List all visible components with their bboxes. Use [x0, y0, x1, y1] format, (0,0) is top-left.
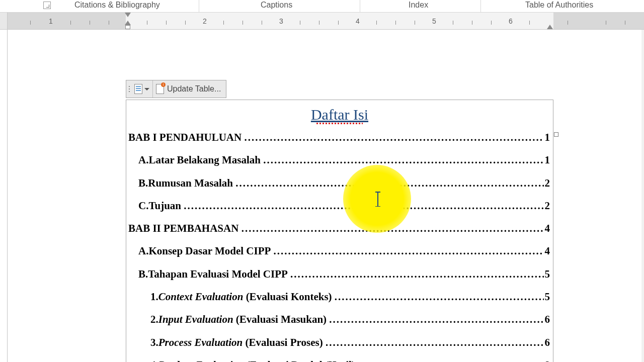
text-cursor-icon: [377, 192, 378, 207]
ruler-number: 1: [49, 17, 53, 25]
toc-page-number: 6: [544, 313, 550, 326]
toc-leader: ........................................…: [335, 290, 544, 304]
toc-leader: ........................................…: [290, 267, 543, 281]
toc-page-number: 1: [544, 131, 550, 144]
toc-style-dropdown[interactable]: [131, 80, 153, 98]
toc-entry[interactable]: A.Konsep Dasar Model CIPP ..............…: [126, 240, 553, 262]
document-refresh-icon: !: [156, 84, 164, 94]
toc-entry[interactable]: BAB I PENDAHULUAN ......................…: [126, 126, 553, 149]
toc-entry[interactable]: 4.Product Evaluation (Evaluasi Produk/Ha…: [126, 354, 553, 362]
toc-leader: ........................................…: [358, 358, 543, 362]
ribbon-divider: [480, 0, 481, 12]
ribbon-section-captions[interactable]: Captions: [261, 1, 292, 10]
ruler-right-margin: [553, 13, 644, 29]
toc-page-number: 6: [544, 336, 550, 349]
toc-page-number: 8: [544, 358, 550, 362]
toc-leader: ........................................…: [326, 336, 544, 349]
dialog-launcher-icon[interactable]: [43, 2, 51, 9]
toc-entry[interactable]: 2.Input Evaluation (Evaluasi Masukan) ..…: [126, 308, 553, 331]
ruler-gutter: [0, 13, 8, 29]
ribbon-divider: [360, 0, 360, 12]
toc-entry[interactable]: 1.Context Evaluation (Evaluasi Konteks) …: [126, 286, 553, 308]
toc-leader: ........................................…: [274, 244, 544, 258]
right-indent-marker[interactable]: [547, 25, 553, 29]
toc-page-number: 2: [544, 199, 550, 213]
toc-page-number: 1: [544, 153, 550, 167]
table-of-contents-field[interactable]: Daftar Isi BAB I PENDAHULUAN ...........…: [126, 100, 553, 362]
toc-leader: ........................................…: [244, 131, 543, 144]
toc-entry[interactable]: BAB II PEMBAHASAN ......................…: [126, 217, 553, 240]
toc-leader: ........................................…: [329, 313, 543, 326]
toc-handle-toolbar: ! Update Table...: [126, 80, 226, 98]
first-line-indent-marker[interactable]: [125, 13, 131, 18]
ruler-number: 6: [509, 17, 513, 25]
toc-entries: BAB I PENDAHULUAN ......................…: [126, 126, 553, 362]
document-area[interactable]: ! Update Table... Daftar Isi BAB I PENDA…: [0, 30, 644, 362]
chevron-down-icon: [144, 88, 149, 90]
ribbon-section-table-of-authorities[interactable]: Table of Authorities: [525, 1, 593, 10]
ribbon-section-citations[interactable]: Citations & Bibliography: [74, 1, 160, 10]
page-edge: [7, 30, 8, 362]
ribbon-section-index[interactable]: Index: [409, 1, 428, 10]
update-table-label: Update Table...: [167, 84, 221, 94]
ruler-number: 5: [432, 17, 436, 25]
toc-entry[interactable]: B.Tahapan Evaluasi Model CIPP ..........…: [126, 263, 553, 286]
toc-leader: ........................................…: [235, 176, 543, 190]
toc-entry[interactable]: A.Latar Belakang Masalah ...............…: [126, 149, 553, 171]
horizontal-ruler[interactable]: 1 2 3 4 5 6: [0, 13, 644, 30]
ruler-number: 4: [356, 17, 360, 25]
toc-leader: ........................................…: [242, 222, 544, 235]
toc-page-number: 5: [544, 267, 550, 281]
toc-entry[interactable]: B.Rumusan Masalah ......................…: [126, 172, 553, 195]
resize-handle[interactable]: [554, 132, 558, 137]
toc-leader: ........................................…: [263, 153, 543, 167]
ruler-number: 3: [279, 17, 283, 25]
ribbon-divider: [199, 0, 199, 12]
update-table-button[interactable]: ! Update Table...: [153, 80, 226, 98]
vertical-scrollbar[interactable]: [641, 30, 644, 362]
toc-title: Daftar Isi: [126, 106, 553, 123]
document-icon: [134, 84, 142, 94]
toc-entry[interactable]: C.Tujuan ...............................…: [126, 195, 553, 217]
hanging-indent-marker[interactable]: [125, 21, 131, 29]
toc-leader: ........................................…: [184, 199, 543, 213]
ruler-number: 2: [203, 17, 207, 25]
toc-entry[interactable]: 3.Process Evaluation (Evaluasi Proses) .…: [126, 331, 553, 354]
toc-page-number: 4: [544, 244, 550, 258]
toc-page-number: 2: [544, 176, 550, 190]
ribbon-section-row: Citations & Bibliography Captions Index …: [0, 0, 644, 13]
drag-grip-icon[interactable]: [126, 80, 131, 98]
toc-page-number: 4: [544, 222, 550, 235]
ruler-left-margin: [8, 13, 126, 29]
toc-page-number: 5: [544, 290, 550, 304]
spellcheck-squiggle-icon: [316, 123, 363, 124]
